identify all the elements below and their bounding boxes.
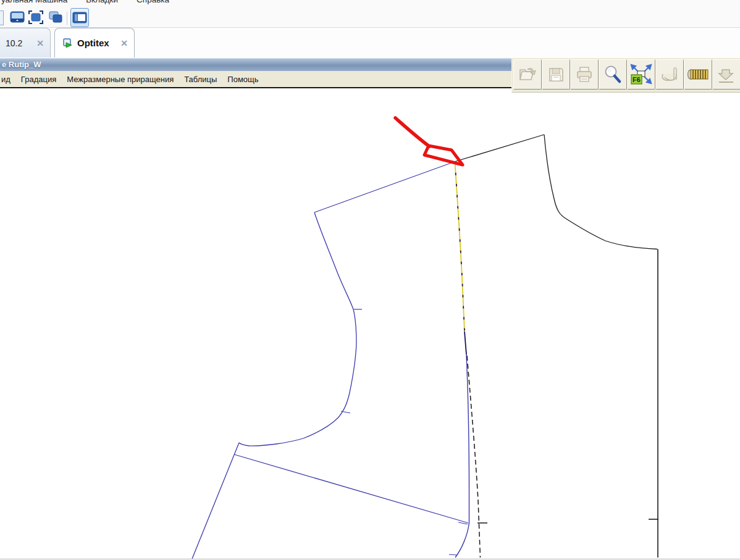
menu-view[interactable]: ид [1,75,11,84]
neckline-curve [544,135,657,249]
magnifier-icon [602,64,624,86]
vm-menu-machine[interactable]: уальная Машина [1,0,67,4]
center-blue-vert [455,354,469,558]
tab-optitex[interactable]: Optitex ✕ [54,28,135,57]
center-join [465,332,466,354]
vm-top-chrome: уальная Машина Вкладки Справка [0,0,740,27]
menu-grading[interactable]: Градация [21,75,56,84]
red-arrow-head [424,146,463,165]
3d-piece-icon [658,64,681,86]
shoulder-line [314,162,455,213]
window-partial-icon[interactable] [0,10,4,25]
vm-menu-tabs[interactable]: Вкладки [86,0,118,4]
open-folder-icon [516,64,539,86]
menu-intersize-increments[interactable]: Межразмерные приращения [67,75,174,84]
window-title: e Rutip_W [2,60,41,69]
window-title-bar: e Rutip_W [0,58,511,71]
save-button[interactable] [542,59,570,90]
svg-text:F6: F6 [633,76,641,83]
open-button[interactable] [513,59,542,90]
zoom-button[interactable] [599,59,627,90]
red-arrow-shaft [395,118,429,146]
close-icon[interactable]: ✕ [36,38,44,48]
printer-icon [573,64,595,86]
drop-button[interactable] [712,59,740,90]
piece-3d-button[interactable] [655,59,684,90]
vm-menu-help[interactable]: Справка [137,0,169,4]
side-seam [192,443,239,559]
menu-tables[interactable]: Таблицы [184,75,217,84]
vm-toolbar [0,6,740,27]
zoom-fit-button[interactable]: F6 [627,59,655,90]
optitex-app-icon [62,38,73,48]
neck-top-line [455,135,544,162]
tab-strip: 10.2 ✕ Optitex ✕ [0,28,740,58]
fullscreen-icon[interactable] [28,10,43,24]
tab-label: Optitex [77,38,109,48]
down-arrow-icon [716,64,738,86]
fit-arrows-icon: F6 [629,63,653,86]
tab-10-2[interactable]: 10.2 ✕ [0,28,51,57]
measure-button[interactable] [684,59,712,90]
toolbar-separator [67,12,68,25]
center-bottom-notch [449,554,457,555]
dart-line [234,454,468,523]
preview-pane-icon [72,10,87,24]
app-menu-bar: ид Градация Межразмерные приращения Табл… [0,71,513,88]
preview-pane-button[interactable] [70,8,89,27]
menu-help[interactable]: Помощь [227,75,258,84]
display-icon[interactable] [10,10,25,24]
vm-menu-bar: уальная Машина Вкладки Справка [0,0,740,6]
close-icon[interactable]: ✕ [120,38,128,48]
print-button[interactable] [570,59,599,90]
floppy-disk-icon [545,64,567,86]
seamless-windows-icon[interactable] [48,10,63,24]
measuring-tape-icon [686,64,710,86]
app-toolbar: F6 [511,58,740,93]
tab-label: 10.2 [6,38,22,48]
armhole-curve [239,212,356,446]
